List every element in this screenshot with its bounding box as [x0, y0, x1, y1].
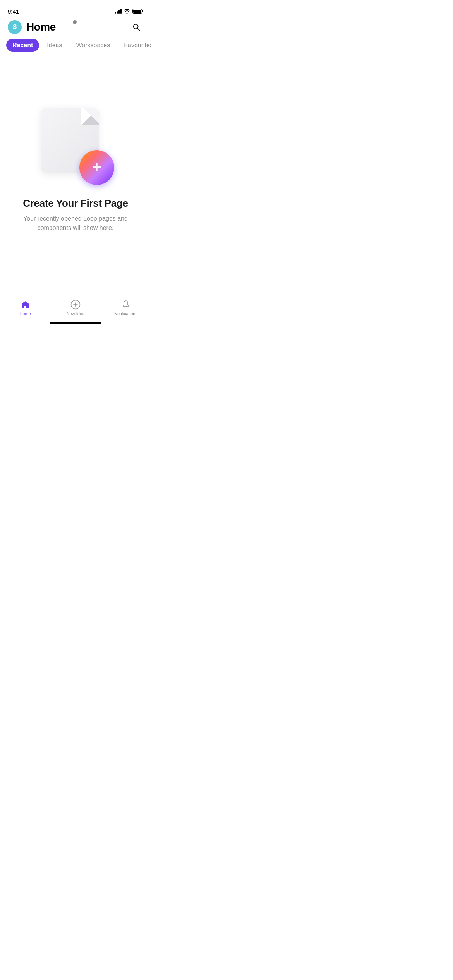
home-icon — [20, 300, 30, 310]
signal-icon — [115, 9, 122, 14]
main-content: + Create Your First Page Your recently o… — [0, 52, 151, 288]
notifications-icon — [121, 300, 131, 310]
status-icons — [115, 9, 143, 14]
tab-bar: Recent Ideas Workspaces Favourites — [0, 39, 151, 52]
document-corner — [81, 108, 99, 125]
avatar[interactable]: S — [8, 20, 22, 34]
search-button[interactable] — [129, 20, 143, 34]
header-left: S Home — [8, 20, 56, 34]
battery-icon — [132, 9, 143, 14]
nav-home[interactable]: Home — [0, 300, 50, 316]
home-indicator — [50, 322, 101, 324]
tab-ideas[interactable]: Ideas — [41, 39, 68, 52]
empty-state-illustration: + — [37, 108, 114, 185]
notification-dot — [73, 20, 77, 24]
page-title: Home — [26, 21, 56, 33]
status-bar: 9:41 — [0, 0, 151, 17]
search-icon — [132, 23, 141, 31]
nav-notifications[interactable]: Notifications — [101, 300, 151, 316]
nav-new-idea[interactable]: New Idea — [50, 300, 101, 316]
plus-icon: + — [92, 158, 102, 175]
nav-new-idea-label: New Idea — [67, 311, 84, 316]
empty-state-subtitle: Your recently opened Loop pages and comp… — [21, 214, 130, 233]
nav-home-label: Home — [19, 311, 31, 316]
nav-notifications-label: Notifications — [114, 311, 137, 316]
empty-state-title: Create Your First Page — [23, 197, 128, 209]
tab-workspaces[interactable]: Workspaces — [70, 39, 117, 52]
add-button-icon: + — [79, 150, 114, 185]
new-idea-icon — [70, 300, 81, 310]
wifi-icon — [124, 9, 130, 14]
tab-recent[interactable]: Recent — [6, 39, 39, 52]
header: S Home — [0, 17, 151, 39]
status-time: 9:41 — [8, 8, 19, 15]
tab-favourites[interactable]: Favourites — [118, 39, 151, 52]
